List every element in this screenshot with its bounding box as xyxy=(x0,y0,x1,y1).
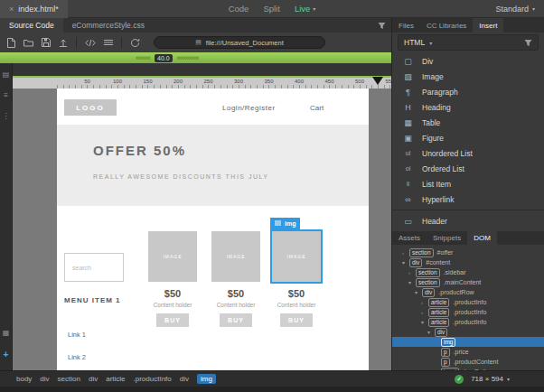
insert-category-dropdown[interactable]: HTML ▾ xyxy=(398,34,539,51)
view-live-button[interactable]: Live ▾ xyxy=(295,4,315,14)
new-file-icon[interactable] xyxy=(7,38,15,48)
collapse-arrow-icon[interactable]: ▾ xyxy=(408,279,416,285)
collapse-arrow-icon[interactable]: ▾ xyxy=(427,329,435,335)
insert-item-label: Paragraph xyxy=(422,88,458,97)
search-input[interactable] xyxy=(64,253,124,282)
selected-product-image[interactable]: img IMAGE xyxy=(272,231,321,282)
collapse-arrow-icon[interactable]: ▾ xyxy=(402,259,409,266)
dom-node-div-productRow[interactable]: ▾div.productRow xyxy=(392,287,544,297)
insert-list: ▢Div▨Image¶ParagraphHHeading▦Table▣Figur… xyxy=(392,51,544,229)
dom-node-section-mainContent[interactable]: ▾section.mainContent xyxy=(392,277,544,287)
document-tab[interactable]: × index.html* xyxy=(0,0,68,18)
live-code-icon[interactable]: ≡ xyxy=(4,91,8,99)
insert-item-label: Table xyxy=(422,118,440,127)
tag-crumb-section[interactable]: section xyxy=(58,375,80,383)
insert-item-paragraph[interactable]: ¶Paragraph xyxy=(392,84,544,99)
view-split-button[interactable]: Split xyxy=(263,4,279,14)
insert-item-figure[interactable]: ▣Figure xyxy=(392,130,544,145)
element-tag-chip[interactable]: img xyxy=(270,218,300,229)
upload-icon[interactable] xyxy=(59,38,68,47)
insert-item-div[interactable]: ▢Div xyxy=(392,53,544,69)
insert-item-list-item[interactable]: liList Item xyxy=(392,176,544,191)
tab-insert[interactable]: Insert xyxy=(473,18,503,33)
viewport-size-control[interactable]: 718 × 594 ▾ xyxy=(471,375,510,383)
more-options-icon[interactable]: ⋮ xyxy=(3,112,10,120)
product-desc: Content holder xyxy=(148,302,197,308)
dom-node-section-sidebar[interactable]: ›section.sidebar xyxy=(392,267,544,277)
tab-cc-libraries[interactable]: CC Libraries xyxy=(420,18,473,33)
insert-item-ordered-list[interactable]: olOrdered List xyxy=(392,161,544,176)
tag-crumb-productInfo[interactable]: .productInfo xyxy=(134,375,172,383)
login-register-link[interactable]: Login/Register xyxy=(222,104,276,112)
view-live-label: Live xyxy=(295,4,310,14)
buy-button[interactable]: BUY xyxy=(280,313,313,327)
expand-arrow-icon[interactable]: › xyxy=(408,270,416,275)
tab-dom[interactable]: DOM xyxy=(467,231,497,245)
tag-crumb-body[interactable]: body xyxy=(16,375,32,383)
save-icon[interactable] xyxy=(42,38,51,47)
ruler-tick: 450 xyxy=(324,79,333,84)
dom-node-div[interactable]: ▾div xyxy=(392,327,544,337)
dom-qualifier: .productContent xyxy=(454,359,499,365)
collapse-arrow-icon[interactable]: ▾ xyxy=(421,319,428,325)
dom-node-div-content[interactable]: ▾div#content xyxy=(392,257,544,267)
product-image-placeholder[interactable]: IMAGE xyxy=(211,231,260,282)
dom-node-article-productInfo[interactable]: ▾article.productInfo xyxy=(392,317,544,327)
heading-icon: H xyxy=(401,103,415,112)
tag-crumb-div[interactable]: div xyxy=(180,375,189,383)
open-file-icon[interactable] xyxy=(23,39,33,47)
product-image-placeholder[interactable]: IMAGE xyxy=(148,231,197,282)
source-code-tab[interactable]: Source Code xyxy=(0,18,63,33)
element-display-icon[interactable]: ▦ xyxy=(3,329,10,337)
dom-node-article-productInfo[interactable]: ›article.productInfo xyxy=(392,297,544,307)
view-code-button[interactable]: Code xyxy=(229,4,249,14)
insert-item-image[interactable]: ▨Image xyxy=(392,69,544,84)
logo-button[interactable]: LOGO xyxy=(64,99,117,116)
open-docs-icon[interactable]: ▤ xyxy=(3,70,10,79)
refresh-icon[interactable] xyxy=(130,38,140,48)
insert-item-label: Figure xyxy=(422,134,444,143)
insert-item-hyperlink[interactable]: ∞Hyperlink xyxy=(392,191,544,207)
dom-node-p-price[interactable]: p.price xyxy=(392,347,544,357)
insert-item-heading[interactable]: HHeading xyxy=(392,99,544,115)
css-file-tab[interactable]: eCommerceStyle.css xyxy=(63,21,154,30)
dom-qualifier: .sidebar xyxy=(444,269,466,275)
buy-button[interactable]: BUY xyxy=(156,313,189,327)
dom-qualifier: #content xyxy=(426,259,450,266)
code-navigator-icon[interactable] xyxy=(85,39,96,47)
menu-link-2[interactable]: Link 2 xyxy=(68,353,86,361)
no-errors-icon[interactable]: ✓ xyxy=(455,375,464,384)
filter-funnel-icon[interactable] xyxy=(524,39,532,47)
collapse-arrow-icon[interactable]: ▾ xyxy=(415,289,422,295)
tab-files[interactable]: Files xyxy=(392,18,420,33)
expand-arrow-icon[interactable]: › xyxy=(421,310,428,315)
expand-arrow-icon[interactable]: › xyxy=(421,300,428,305)
insert-item-header[interactable]: ▭Header xyxy=(392,213,544,229)
insert-item-table[interactable]: ▦Table xyxy=(392,115,544,130)
tag-crumb-img[interactable]: img xyxy=(197,374,216,384)
tag-crumb-div[interactable]: div xyxy=(40,375,49,383)
tab-snippets[interactable]: Snippets xyxy=(427,231,467,245)
dom-node-p-productContent[interactable]: p.productContent xyxy=(392,357,544,367)
close-icon[interactable]: × xyxy=(9,5,14,14)
filter-funnel-icon[interactable] xyxy=(378,22,386,30)
dom-tag-chip: section xyxy=(409,248,434,257)
insert-item-label: List Item xyxy=(422,180,451,189)
dom-node-article-productInfo[interactable]: ›article.productInfo xyxy=(392,307,544,317)
insert-item-unordered-list[interactable]: ulUnordered List xyxy=(392,145,544,161)
expand-arrow-icon[interactable]: › xyxy=(402,250,409,256)
dom-node-img[interactable]: img xyxy=(392,337,544,347)
insert-item-label: Div xyxy=(422,57,433,66)
outline-icon[interactable] xyxy=(104,39,113,46)
ruler-marker-icon[interactable] xyxy=(372,77,383,85)
insert-element-icon[interactable]: + xyxy=(4,350,9,359)
buy-button[interactable]: BUY xyxy=(220,313,252,327)
workspace-switcher[interactable]: Standard ▾ xyxy=(495,5,535,14)
tag-crumb-div[interactable]: div xyxy=(89,375,98,383)
cart-link[interactable]: Cart xyxy=(310,104,324,112)
tab-assets[interactable]: Assets xyxy=(392,231,427,245)
address-bar[interactable]: ▤ file:///Unsaved_Document xyxy=(154,36,325,49)
menu-link-1[interactable]: Link 1 xyxy=(68,331,86,339)
tag-crumb-article[interactable]: article xyxy=(106,375,125,383)
dom-node-section-offer[interactable]: ›section#offer xyxy=(392,247,544,257)
